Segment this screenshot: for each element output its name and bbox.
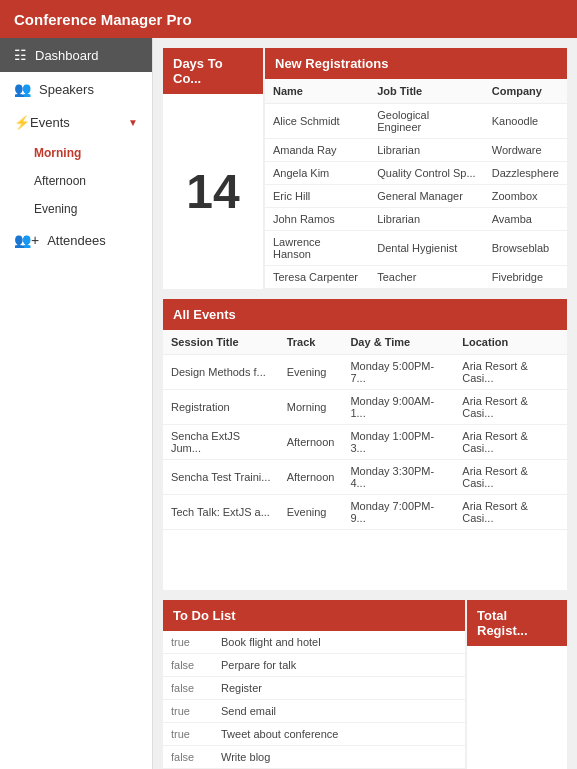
col-location: Location — [454, 330, 567, 355]
table-row: Sencha ExtJS Jum...AfternoonMonday 1:00P… — [163, 425, 567, 460]
sidebar-item-dashboard[interactable]: ☷ Dashboard — [0, 38, 152, 72]
col-job-title: Job Title — [369, 79, 484, 104]
sidebar-item-events[interactable]: ⚡ Events ▼ — [0, 106, 152, 139]
table-row: Design Methods f...EveningMonday 5:00PM-… — [163, 355, 567, 390]
afternoon-label: Afternoon — [34, 174, 86, 188]
registrations-table: Name Job Title Company Alice SchmidtGeol… — [265, 79, 567, 289]
table-row: Teresa CarpenterTeacherFivebridge — [265, 266, 567, 289]
sidebar-item-attendees[interactable]: 👥+ Attendees — [0, 223, 152, 257]
col-session-title: Session Title — [163, 330, 279, 355]
new-registrations-box: New Registrations Name Job Title Company… — [265, 48, 567, 289]
list-item: falseRegister — [163, 677, 465, 700]
sidebar-attendees-label: Attendees — [47, 233, 106, 248]
attendees-icon: 👥+ — [14, 232, 39, 248]
table-row: Eric HillGeneral ManagerZoombox — [265, 185, 567, 208]
todo-box: To Do List trueBook flight and hotelfals… — [163, 600, 465, 769]
days-header: Days To Co... — [163, 48, 263, 94]
table-row: Amanda RayLibrarianWordware — [265, 139, 567, 162]
all-events-header: All Events — [163, 299, 567, 330]
total-reg-header: Total Regist... — [467, 600, 567, 646]
table-row: Lawrence HansonDental HygienistBrowsebla… — [265, 231, 567, 266]
all-events-box: All Events Session Title Track Day & Tim… — [163, 299, 567, 590]
col-track: Track — [279, 330, 343, 355]
events-table: Session Title Track Day & Time Location … — [163, 330, 567, 530]
list-item: trueSend email — [163, 700, 465, 723]
todo-table: trueBook flight and hotelfalsePerpare fo… — [163, 631, 465, 769]
col-day-time: Day & Time — [342, 330, 454, 355]
total-reg-box: Total Regist... 736/1000 Registered — [467, 600, 567, 769]
sidebar-speakers-label: Speakers — [39, 82, 94, 97]
bottom-row: To Do List trueBook flight and hotelfals… — [163, 600, 567, 769]
col-name: Name — [265, 79, 369, 104]
sidebar-item-speakers[interactable]: 👥 Speakers — [0, 72, 152, 106]
sidebar-events-label: Events — [30, 115, 70, 130]
list-item: trueBook flight and hotel — [163, 631, 465, 654]
table-row: Alice SchmidtGeological EngineerKanoodle — [265, 104, 567, 139]
todo-header: To Do List — [163, 600, 465, 631]
table-row: RegistrationMorningMonday 9:00AM-1...Ari… — [163, 390, 567, 425]
top-row: Days To Co... 14 New Registrations Name … — [163, 48, 567, 289]
col-company: Company — [484, 79, 567, 104]
list-item: falsePerpare for talk — [163, 654, 465, 677]
sidebar: ☷ Dashboard 👥 Speakers ⚡ Events ▼ Mornin… — [0, 38, 153, 769]
sidebar-sub-item-evening[interactable]: Evening — [0, 195, 152, 223]
events-chevron-icon: ▼ — [128, 117, 138, 128]
table-row: Tech Talk: ExtJS a...EveningMonday 7:00P… — [163, 495, 567, 530]
speakers-icon: 👥 — [14, 81, 31, 97]
list-item: falseWrite blog — [163, 746, 465, 769]
list-item: trueTweet about conference — [163, 723, 465, 746]
app-title: Conference Manager Pro — [14, 11, 192, 28]
new-registrations-header: New Registrations — [265, 48, 567, 79]
table-row: Angela KimQuality Control Sp...Dazzlesph… — [265, 162, 567, 185]
days-value: 14 — [163, 94, 263, 289]
days-to-conference-box: Days To Co... 14 — [163, 48, 263, 289]
events-spacer — [163, 530, 567, 590]
total-reg-content: 736/1000 Registered — [467, 646, 567, 769]
sidebar-sub-item-morning[interactable]: Morning — [0, 139, 152, 167]
morning-label: Morning — [34, 146, 81, 160]
sidebar-sub-item-afternoon[interactable]: Afternoon — [0, 167, 152, 195]
table-row: Sencha Test Traini...AfternoonMonday 3:3… — [163, 460, 567, 495]
events-icon: ⚡ — [14, 115, 30, 130]
main-content: Days To Co... 14 New Registrations Name … — [153, 38, 577, 769]
evening-label: Evening — [34, 202, 77, 216]
dashboard-icon: ☷ — [14, 47, 27, 63]
app-header: Conference Manager Pro — [0, 0, 577, 38]
sidebar-dashboard-label: Dashboard — [35, 48, 99, 63]
table-row: John RamosLibrarianAvamba — [265, 208, 567, 231]
